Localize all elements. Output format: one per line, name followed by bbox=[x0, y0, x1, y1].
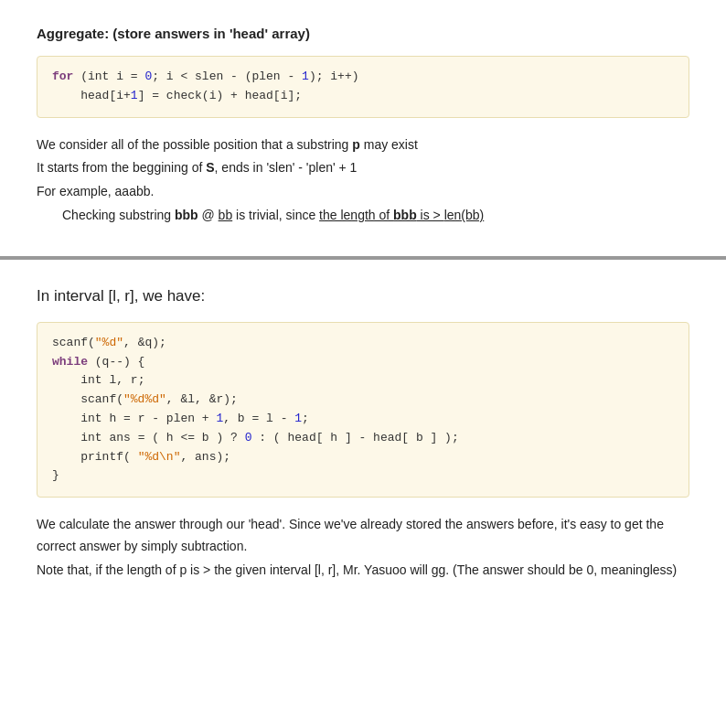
c2-t12 bbox=[52, 431, 80, 444]
c2-t13: ans = ( h <= b ) ? bbox=[102, 431, 245, 444]
c2-str1: "%d" bbox=[95, 336, 123, 349]
bold-p: p bbox=[352, 137, 360, 152]
c2-t3: (q--) { bbox=[88, 355, 144, 369]
underline-bb: bb bbox=[219, 208, 233, 222]
underline-len: len(bb) bbox=[444, 208, 485, 222]
code-int: int bbox=[88, 70, 109, 83]
title-rest: : (store answers in 'head' array) bbox=[104, 26, 310, 41]
code2-line-5: int h = r - plen + 1, b = l - 1; bbox=[52, 410, 674, 429]
prose-line-2: It starts from the beggining of S, ends … bbox=[37, 157, 689, 179]
code2-line-7: printf( "%d\n", ans); bbox=[52, 448, 674, 467]
bottom-section: In interval [l, r], we have: scanf("%d",… bbox=[0, 260, 726, 611]
c2-t15: printf( bbox=[52, 450, 138, 464]
code-line-1: for (int i = 0; i < slen - (plen - 1); i… bbox=[52, 68, 674, 87]
c2-t6: scanf( bbox=[52, 392, 123, 406]
bold-bbb-1: bbb bbox=[175, 208, 198, 222]
prose-block-2: We calculate the answer through our 'hea… bbox=[37, 514, 689, 581]
prose-block-1: We consider all of the possible position… bbox=[37, 134, 689, 227]
code-text4: ); i++) bbox=[309, 70, 359, 83]
c2-t11: ; bbox=[302, 412, 309, 425]
bold-s: S bbox=[206, 160, 214, 175]
underline-phrase: the length of bbb is > len(bb) bbox=[319, 208, 484, 222]
c2-t10: , b = l - bbox=[223, 412, 294, 425]
top-section: Aggregate: (store answers in 'head' arra… bbox=[0, 0, 726, 256]
section-title: Aggregate: (store answers in 'head' arra… bbox=[37, 26, 689, 41]
code2-line-2: while (q--) { bbox=[52, 353, 674, 372]
code2-line-8: } bbox=[52, 466, 674, 486]
code-text5: ] = check(i) + head[i]; bbox=[138, 89, 302, 102]
code-num2: 1 bbox=[302, 70, 309, 83]
code-text: ( bbox=[73, 70, 88, 83]
code-text2: i = bbox=[109, 70, 144, 83]
code2-line-4: scanf("%d%d", &l, &r); bbox=[52, 391, 674, 410]
c2-t4 bbox=[52, 373, 80, 387]
code-text3: ; i < slen - (plen - bbox=[152, 70, 302, 83]
keyword-for: for bbox=[52, 70, 73, 83]
code2-line-6: int ans = ( h <= b ) ? 0 : ( head[ h ] -… bbox=[52, 429, 674, 448]
code2-line-3: int l, r; bbox=[52, 371, 674, 391]
c2-t14: : ( head[ h ] - head[ b ] ); bbox=[251, 431, 458, 444]
title-bold: Aggregate bbox=[37, 26, 104, 41]
prose2-line-1: We calculate the answer through our 'hea… bbox=[37, 514, 689, 558]
code-block-2: scanf("%d", &q); while (q--) { int l, r;… bbox=[37, 322, 689, 498]
c2-t2: , &q); bbox=[123, 336, 166, 349]
c2-t5: l, r; bbox=[102, 373, 145, 387]
c2-t1: scanf( bbox=[52, 336, 95, 349]
c2-int2: int bbox=[80, 412, 101, 425]
c2-t9: h = r - plen + bbox=[102, 412, 217, 425]
c2-str2: "%d%d" bbox=[123, 392, 166, 406]
prose-line-1: We consider all of the possible position… bbox=[37, 134, 689, 156]
prose-line-4: Checking substring bbb @ bb is trivial, … bbox=[62, 205, 689, 227]
code-indent: head[i+ bbox=[52, 89, 131, 102]
code-block-1: for (int i = 0; i < slen - (plen - 1); i… bbox=[37, 56, 689, 118]
c2-t7: , &l, &r); bbox=[166, 392, 238, 406]
c2-num2: 1 bbox=[294, 412, 302, 425]
code-num3: 1 bbox=[131, 89, 138, 102]
c2-t8 bbox=[52, 412, 80, 425]
bold-bbb-2: bbb bbox=[393, 208, 417, 222]
c2-t16: , ans); bbox=[180, 450, 230, 464]
kw-while: while bbox=[52, 355, 88, 369]
prose-line-3: For example, aaabb. bbox=[37, 181, 689, 203]
prose2-line-2: Note that, if the length of p is > the g… bbox=[37, 560, 689, 582]
code2-line-1: scanf("%d", &q); bbox=[52, 334, 674, 353]
c2-str3: "%d\n" bbox=[138, 450, 181, 464]
code-line-2: head[i+1] = check(i) + head[i]; bbox=[52, 87, 674, 106]
c2-int3: int bbox=[80, 431, 101, 444]
bottom-title: In interval [l, r], we have: bbox=[37, 287, 689, 305]
c2-t17: } bbox=[52, 468, 59, 482]
c2-int1: int bbox=[80, 373, 101, 387]
